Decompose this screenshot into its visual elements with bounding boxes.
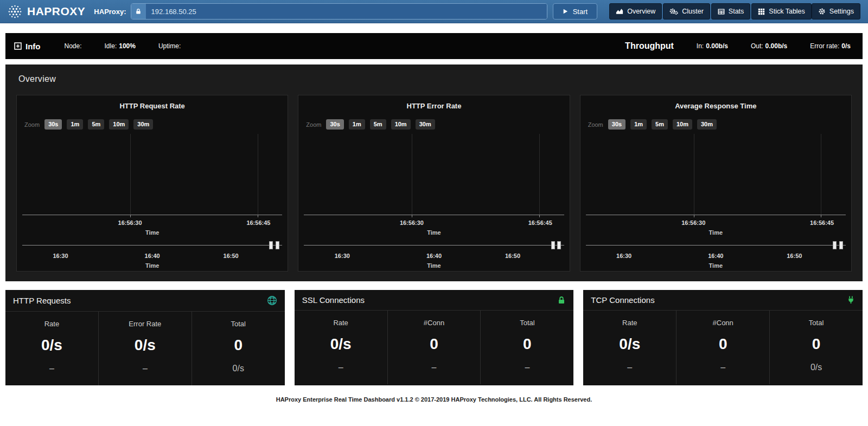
area-chart-icon	[616, 8, 623, 15]
card-header: HTTP Requests	[5, 290, 285, 312]
chart-navigator[interactable]	[586, 241, 846, 250]
zoom-5m-button[interactable]: 5m	[370, 119, 386, 130]
stat-sub-value: –	[5, 364, 98, 373]
zoom-1m-button[interactable]: 1m	[630, 119, 647, 130]
x-axis-title: Time	[585, 229, 847, 236]
x-axis-line	[586, 215, 846, 215]
zoom-30s-button[interactable]: 30s	[44, 119, 62, 130]
stat-sub-value: –	[388, 363, 481, 372]
axis-tick	[821, 215, 821, 217]
zoom-30m-button[interactable]: 30m	[133, 119, 153, 130]
stat-label: Total	[192, 320, 285, 328]
haproxy-logo-icon	[8, 4, 22, 19]
throughput-section: Throughput In:0.00b/s Out:0.00b/s Error …	[625, 41, 854, 51]
uptime-field: Uptime:	[158, 42, 181, 50]
zoom-controls: Zoom 30s 1m 5m 10m 30m	[588, 119, 847, 130]
address-input[interactable]	[146, 4, 547, 19]
plug-icon	[847, 296, 855, 304]
navigator-handle-left[interactable]	[833, 241, 837, 249]
top-navbar: HAPROXY HAProxy: Start Overview	[0, 0, 868, 23]
zoom-5m-button[interactable]: 5m	[652, 119, 668, 130]
zoom-controls: Zoom 30s 1m 5m 10m 30m	[24, 119, 283, 130]
stat-value: 0	[676, 335, 769, 353]
info-label: Info	[25, 42, 41, 51]
chart-http-request-rate: HTTP Request Rate Zoom 30s 1m 5m 10m 30m…	[16, 95, 288, 272]
zoom-10m-button[interactable]: 10m	[109, 119, 129, 130]
card-tcp-connections: TCP Connections Rate 0/s – #Conn 0 –	[583, 290, 863, 385]
navigator-handle-left[interactable]	[269, 241, 273, 249]
zoom-1m-button[interactable]: 1m	[67, 119, 83, 130]
nav-stats-button[interactable]: Stats	[711, 3, 751, 20]
settings-label: Settings	[829, 8, 854, 15]
nav-overview-button[interactable]: Overview	[609, 3, 662, 20]
zoom-10m-button[interactable]: 10m	[391, 119, 411, 130]
zoom-1m-button[interactable]: 1m	[349, 119, 365, 130]
out-label: Out:	[751, 42, 763, 50]
x-axis-line	[304, 215, 564, 215]
haproxy-brand: HAPROXY	[8, 4, 85, 19]
chart-plot-area[interactable]	[586, 134, 846, 215]
card-header: SSL Connections	[295, 290, 574, 311]
nav-stick-tables-label: Stick Tables	[769, 8, 805, 15]
stat-label: Error Rate	[99, 320, 192, 328]
navigator-tick-label: 16:40	[426, 253, 442, 259]
chart-navigator[interactable]	[22, 241, 282, 250]
zoom-10m-button[interactable]: 10m	[673, 119, 692, 130]
x-tick-label: 16:56:45	[246, 220, 270, 226]
card-title: SSL Connections	[302, 295, 365, 305]
card-http-requests: HTTP Requests Rate 0/s – Error Rate 0/s …	[5, 290, 285, 385]
zoom-30m-button[interactable]: 30m	[416, 119, 435, 130]
start-button[interactable]: Start	[553, 3, 597, 20]
zoom-30s-button[interactable]: 30s	[608, 119, 626, 130]
throughput-title: Throughput	[625, 41, 674, 51]
stat-label: #Conn	[676, 319, 769, 327]
card-title: HTTP Requests	[13, 296, 71, 305]
start-button-label: Start	[573, 8, 588, 16]
navigator-tick-label: 16:50	[505, 253, 520, 259]
throughput-out: Out:0.00b/s	[751, 42, 787, 50]
overview-title: Overview	[18, 74, 857, 84]
navigator-tick-label: 16:50	[787, 253, 802, 259]
x-tick-label: 16:56:45	[810, 220, 834, 226]
navigator-handle-left[interactable]	[551, 241, 555, 249]
lock-icon	[135, 8, 142, 15]
chart-plot-area[interactable]	[22, 134, 282, 215]
stat-label: Total	[481, 319, 573, 327]
zoom-30m-button[interactable]: 30m	[697, 119, 717, 130]
table-icon	[718, 8, 725, 15]
x-tick-label: 16:56:30	[400, 220, 424, 226]
out-value: 0.00b/s	[765, 42, 788, 50]
stat-value: 0	[388, 335, 481, 353]
error-rate-value: 0/s	[841, 42, 851, 50]
nav-stick-tables-button[interactable]: Stick Tables	[751, 3, 811, 20]
navigator-tick-label: 16:30	[53, 253, 68, 259]
stat-sub-value: –	[676, 363, 769, 372]
zoom-label: Zoom	[24, 121, 40, 128]
stat-value: 0/s	[295, 335, 387, 353]
uptime-label: Uptime:	[158, 42, 181, 50]
navigator-handle-right[interactable]	[557, 241, 561, 249]
navigator-tick-label: 16:40	[145, 253, 160, 259]
main-nav-group: Overview Cluster Stats St	[609, 3, 812, 20]
stat-column-total: Total 0 –	[481, 311, 573, 384]
x-axis-title: Time	[303, 229, 565, 236]
chart-plot-area[interactable]	[304, 134, 564, 215]
settings-button[interactable]: Settings	[812, 3, 860, 20]
info-title[interactable]: Info	[14, 42, 41, 51]
chart-title: Average Response Time	[585, 102, 847, 110]
card-body: Rate 0/s – Error Rate 0/s – Total 0 0/s	[5, 312, 285, 385]
gridline	[258, 134, 258, 215]
nav-cluster-button[interactable]: Cluster	[663, 3, 710, 20]
globe-icon	[267, 295, 277, 306]
navigator-handle-right[interactable]	[276, 241, 279, 249]
navigator-handle-right[interactable]	[839, 241, 843, 249]
idle-value: 100%	[119, 42, 136, 50]
zoom-5m-button[interactable]: 5m	[88, 119, 104, 130]
gridline	[821, 134, 821, 215]
gridline	[130, 134, 131, 215]
chart-navigator[interactable]	[304, 241, 564, 250]
navigator-axis-title: Time	[585, 262, 847, 269]
chart-http-error-rate: HTTP Error Rate Zoom 30s 1m 5m 10m 30m 1…	[298, 95, 570, 272]
zoom-30s-button[interactable]: 30s	[326, 119, 343, 130]
grid-icon	[758, 8, 765, 15]
